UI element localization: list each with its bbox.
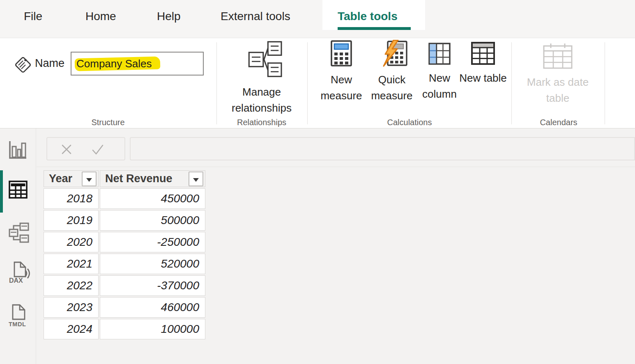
ribbon-group-divider — [605, 42, 605, 124]
new-column-button[interactable]: New column — [415, 40, 464, 118]
structure-group-label: Structure — [67, 118, 149, 127]
table-row: 2022 -370000 — [44, 275, 205, 296]
table-name-value: Company Sales — [76, 53, 152, 75]
cell-year[interactable]: 2020 — [44, 232, 99, 252]
manage-relationships-icon — [216, 40, 307, 81]
model-view-icon — [9, 222, 29, 243]
sidebar-item-report-view[interactable] — [9, 140, 27, 161]
active-tab-underline — [338, 27, 411, 30]
new-measure-icon — [317, 40, 366, 69]
cell-year[interactable]: 2019 — [44, 210, 99, 231]
calculations-group-label: Calculations — [368, 118, 451, 127]
cell-net-revenue[interactable]: 100000 — [100, 319, 205, 339]
table-row: 2023 460000 — [44, 297, 205, 318]
calendars-group-label: Calendars — [518, 118, 600, 127]
mark-as-date-table-icon — [517, 43, 599, 71]
cell-year[interactable]: 2023 — [44, 297, 99, 318]
active-view-indicator — [0, 170, 3, 213]
cell-year[interactable]: 2018 — [44, 188, 99, 209]
powerbi-desktop-window: File Home Help External tools Table tool… — [0, 0, 635, 364]
tag-icon — [14, 55, 32, 76]
quick-measure-button[interactable]: Quick measure — [368, 40, 416, 118]
data-grid: Year Net Revenue 2018 — [42, 169, 207, 341]
table-row: 2019 500000 — [44, 210, 205, 231]
ribbon-group-divider — [511, 42, 512, 124]
cancel-input-button[interactable] — [60, 142, 74, 158]
name-field-label: Name — [35, 57, 64, 70]
chevron-down-icon — [193, 178, 199, 182]
column-header-year[interactable]: Year — [44, 170, 99, 187]
new-table-icon — [459, 41, 507, 67]
formula-bar-actions — [46, 137, 125, 160]
cell-year[interactable]: 2022 — [44, 275, 99, 296]
cell-net-revenue[interactable]: 500000 — [100, 210, 205, 231]
cell-net-revenue[interactable]: 520000 — [100, 254, 205, 274]
new-measure-button[interactable]: New measure — [317, 40, 366, 118]
column-header-year-label: Year — [49, 172, 72, 185]
cell-net-revenue[interactable]: -250000 — [100, 232, 205, 252]
cell-net-revenue[interactable]: -370000 — [100, 275, 205, 296]
formula-grid-divider — [37, 167, 635, 167]
ribbon: Name Company Sales Structure — [0, 38, 635, 128]
table-row: 2024 100000 — [44, 319, 205, 339]
manage-relationships-button[interactable]: Manage relationships — [216, 40, 307, 118]
chevron-down-icon — [86, 178, 92, 182]
column-header-net-revenue[interactable]: Net Revenue — [100, 170, 205, 187]
table-row: 2021 520000 — [44, 254, 205, 274]
dax-query-view-icon: DAX — [9, 261, 32, 284]
cell-year[interactable]: 2024 — [44, 319, 99, 339]
column-header-net-revenue-label: Net Revenue — [105, 172, 173, 185]
net-revenue-filter-dropdown-button[interactable] — [189, 172, 203, 186]
cell-net-revenue[interactable]: 460000 — [100, 297, 205, 318]
tmdl-view-icon: TMDL — [9, 304, 30, 327]
commit-input-button[interactable] — [90, 142, 106, 158]
svg-text:TMDL: TMDL — [9, 321, 26, 327]
tab-help[interactable]: Help — [157, 10, 181, 23]
sidebar-item-model-view[interactable] — [9, 222, 29, 245]
formula-input[interactable] — [130, 137, 635, 160]
tab-table-tools[interactable]: Table tools — [338, 10, 398, 23]
tab-external-tools[interactable]: External tools — [221, 10, 290, 23]
header-row: Year Net Revenue — [44, 170, 205, 187]
sidebar-item-tmdl-view[interactable]: TMDL — [9, 304, 30, 329]
cell-net-revenue[interactable]: 450000 — [100, 188, 205, 209]
tab-file[interactable]: File — [24, 10, 42, 23]
data-view-pane: DAX TMDL — [0, 128, 635, 364]
checkmark-icon — [90, 142, 106, 156]
view-sidebar: DAX TMDL — [0, 128, 36, 364]
new-column-icon — [415, 42, 464, 67]
tab-home[interactable]: Home — [85, 10, 116, 23]
sidebar-item-dax-query-view[interactable]: DAX — [9, 261, 32, 286]
report-view-icon — [9, 140, 27, 159]
cancel-x-icon — [60, 142, 74, 156]
mark-as-date-table-button[interactable]: Mark as date table — [517, 40, 599, 118]
table-row: 2020 -250000 — [44, 232, 205, 252]
table-name-input[interactable]: Company Sales — [71, 52, 204, 76]
new-table-button[interactable]: New table — [459, 40, 507, 118]
ribbon-group-divider — [307, 42, 308, 124]
quick-measure-icon — [368, 40, 416, 69]
table-view-icon — [9, 181, 28, 199]
ribbon-tab-bar: File Home Help External tools Table tool… — [0, 0, 635, 38]
relationships-group-label: Relationships — [221, 118, 303, 127]
year-filter-dropdown-button[interactable] — [82, 172, 97, 186]
structure-group: Name Company Sales Structure — [0, 38, 216, 128]
table-row: 2018 450000 — [44, 188, 205, 209]
sidebar-item-table-view[interactable] — [9, 181, 28, 200]
svg-text:DAX: DAX — [9, 277, 23, 284]
cell-year[interactable]: 2021 — [44, 254, 99, 274]
